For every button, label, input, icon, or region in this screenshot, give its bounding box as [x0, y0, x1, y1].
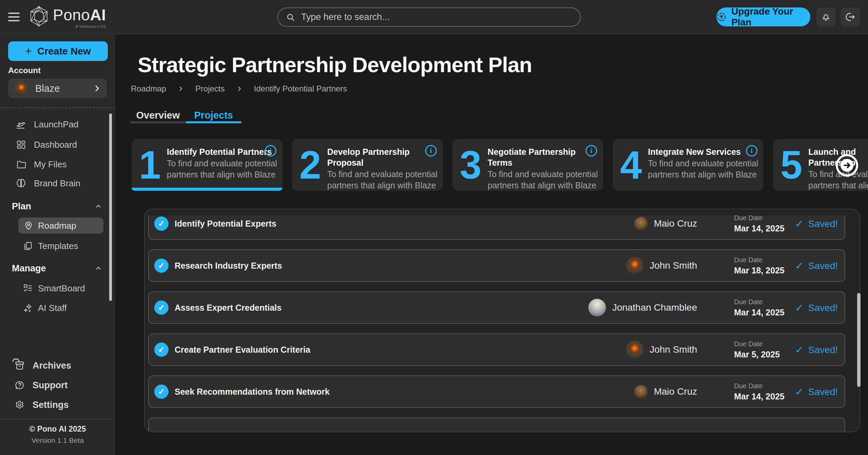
- breadcrumb-projects[interactable]: Projects: [195, 84, 225, 94]
- create-new-label: Create New: [37, 46, 91, 57]
- sidebar-footer-divider: [0, 419, 115, 419]
- sidebar-item-roadmap[interactable]: Roadmap: [18, 218, 103, 234]
- sidebar-scrollbar[interactable]: [109, 113, 112, 301]
- task-row-partial[interactable]: [148, 417, 845, 432]
- task-title: Create Partner Evaluation Criteria: [175, 345, 310, 355]
- task-complete-icon[interactable]: ✓: [154, 301, 169, 315]
- global-search[interactable]: [277, 7, 581, 27]
- avatar: [634, 385, 648, 398]
- chevron-right-icon: [178, 86, 184, 92]
- task-assignee: John Smith: [626, 257, 697, 274]
- help-icon: [14, 380, 25, 391]
- task-row[interactable]: ✓ Research Industry Experts John Smith D…: [148, 249, 845, 282]
- hamburger-menu-icon[interactable]: [8, 13, 20, 21]
- search-icon: [286, 13, 295, 22]
- sidebar-item-ai-staff[interactable]: AI Staff: [0, 300, 112, 316]
- step-card-4[interactable]: 4 Integrate New Services To find and eva…: [613, 139, 764, 191]
- sidebar-item-dashboard[interactable]: Dashboard: [0, 137, 112, 153]
- task-title: Seek Recommendations from Network: [175, 387, 330, 397]
- check-icon: ✓: [795, 260, 804, 272]
- sidebar-item-settings[interactable]: Settings: [0, 397, 112, 413]
- tab-projects[interactable]: Projects: [186, 109, 241, 121]
- copyright-text: © Pono AI 2025: [0, 425, 115, 434]
- task-row[interactable]: ✓ Identify Potential Experts Maio Cruz D…: [148, 215, 845, 240]
- account-switcher[interactable]: Blaze: [8, 79, 107, 98]
- task-list-scrollbar[interactable]: [857, 293, 861, 387]
- sidebar-item-support[interactable]: Support: [0, 377, 112, 393]
- task-title: Research Industry Experts: [175, 261, 282, 271]
- gear-icon: [14, 399, 25, 410]
- sidebar-item-archives[interactable]: Archives: [0, 357, 112, 374]
- step-card-3[interactable]: 3 Negotiate PartnershipTerms To find and…: [452, 139, 603, 191]
- notifications-button[interactable]: [816, 7, 836, 26]
- task-complete-icon[interactable]: ✓: [154, 343, 169, 357]
- brand-tagline: A Visionary's OS: [76, 24, 106, 28]
- due-date-value: Mar 14, 2025: [734, 308, 785, 317]
- breadcrumb-roadmap[interactable]: Roadmap: [131, 84, 166, 94]
- sidebar-item-label: Support: [33, 380, 67, 391]
- saved-label: Saved!: [808, 218, 838, 229]
- brand-wordmark: PonoAI A Visionary's OS: [53, 5, 106, 25]
- task-row[interactable]: ✓ Create Partner Evaluation Criteria Joh…: [148, 333, 845, 366]
- task-row[interactable]: ✓ Seek Recommendations from Network Maio…: [148, 375, 845, 408]
- due-date-label: Due Date: [734, 382, 785, 390]
- task-title: Assess Expert Credentials: [175, 303, 281, 313]
- step-number: 2: [292, 139, 327, 191]
- carousel-next-button[interactable]: [835, 153, 859, 178]
- due-date-block: Due Date Mar 5, 2025: [734, 340, 780, 359]
- step-description: To find and evaluate potentialpartners t…: [327, 169, 422, 191]
- upgrade-plan-button[interactable]: Upgrade Your Plan: [716, 7, 810, 26]
- search-input[interactable]: [301, 12, 572, 22]
- step-number: 1: [132, 139, 167, 191]
- info-icon[interactable]: i: [425, 145, 437, 157]
- sidebar-item-label: Dashboard: [34, 140, 77, 150]
- sidebar-item-label: Roadmap: [38, 221, 76, 231]
- step-description: To find and evaluate potentialpartners t…: [648, 158, 743, 180]
- assignee-name: Maio Cruz: [654, 386, 697, 397]
- step-title: Integrate New Services: [648, 146, 743, 157]
- breadcrumb-current[interactable]: Identify Potential Partners: [254, 84, 347, 94]
- tab-underline-inactive: [130, 121, 186, 123]
- task-list-scroll-area[interactable]: ✓ Identify Potential Experts Maio Cruz D…: [145, 215, 860, 432]
- sidebar-section-plan[interactable]: Plan: [12, 200, 107, 213]
- tab-overview[interactable]: Overview: [130, 109, 186, 121]
- sidebar-item-brand-brain[interactable]: Brand Brain: [0, 175, 112, 191]
- sidebar-item-label: Archives: [33, 360, 71, 371]
- top-bar: PonoAI A Visionary's OS Upgrade Your Pla…: [0, 0, 868, 34]
- step-card-1[interactable]: 1 Identify Potential Partners To find an…: [132, 139, 282, 191]
- task-complete-icon[interactable]: ✓: [154, 216, 169, 231]
- task-row[interactable]: ✓ Assess Expert Credentials Jonathan Cha…: [148, 291, 845, 324]
- task-assignee: Maio Cruz: [634, 385, 697, 398]
- check-icon: ✓: [795, 386, 804, 398]
- sidebar-section-manage[interactable]: Manage: [12, 262, 107, 275]
- assignee-name: Maio Cruz: [654, 218, 697, 229]
- step-card-2[interactable]: 2 Develop PartnershipProposal To find an…: [292, 139, 443, 191]
- info-icon[interactable]: i: [746, 145, 757, 157]
- page-title: Strategic Partnership Development Plan: [138, 53, 532, 77]
- saved-status: ✓ Saved!: [795, 218, 838, 230]
- sidebar-item-my-files[interactable]: My Files: [0, 156, 112, 172]
- task-complete-icon[interactable]: ✓: [154, 258, 169, 273]
- checklist-icon: [22, 283, 33, 294]
- sidebar-footer: © Pono AI 2025 Version 1.1 Beta: [0, 425, 115, 444]
- hexagon-logo-icon: [30, 6, 48, 26]
- check-icon: ✓: [795, 344, 804, 356]
- create-new-button[interactable]: + Create New: [8, 41, 108, 61]
- info-icon[interactable]: i: [586, 145, 597, 157]
- sidebar-item-label: My Files: [34, 159, 67, 170]
- assignee-name: John Smith: [650, 260, 697, 271]
- sidebar-item-label: Templates: [38, 241, 78, 251]
- dashboard-icon: [16, 139, 26, 150]
- task-complete-icon[interactable]: ✓: [154, 385, 169, 399]
- avatar: [588, 299, 606, 316]
- sidebar-item-templates[interactable]: Templates: [0, 238, 112, 254]
- info-icon[interactable]: i: [265, 145, 276, 157]
- step-description: To find and evaluate potentialpartners t…: [167, 158, 262, 180]
- due-date-block: Due Date Mar 14, 2025: [734, 382, 785, 401]
- logout-button[interactable]: [841, 7, 860, 26]
- task-assignee: Maio Cruz: [634, 217, 697, 230]
- sidebar-item-smartboard[interactable]: SmartBoard: [0, 280, 112, 296]
- due-date-label: Due Date: [734, 340, 780, 348]
- sidebar-item-launchpad[interactable]: LaunchPad: [0, 116, 112, 132]
- due-date-label: Due Date: [734, 256, 785, 264]
